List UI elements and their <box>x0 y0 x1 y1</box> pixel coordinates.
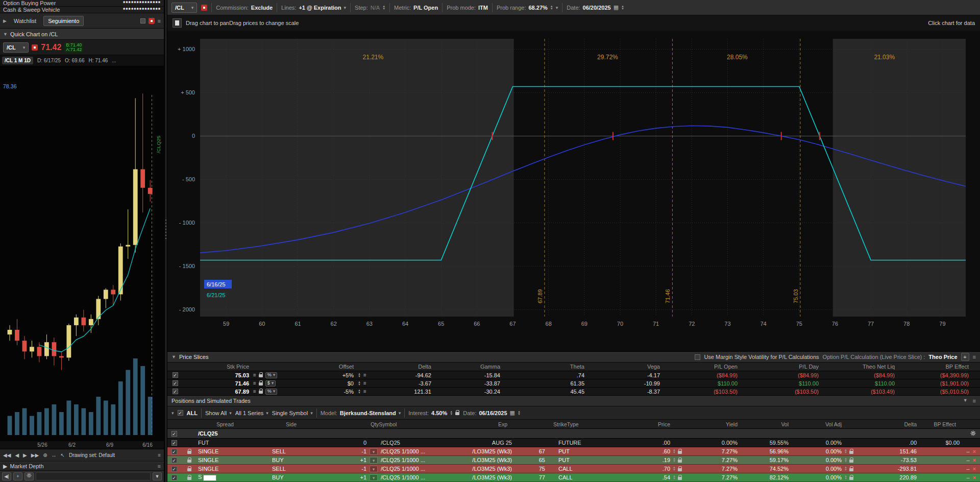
symbol-group-row[interactable]: /CLQ25 <box>167 429 980 439</box>
slice-checkbox[interactable] <box>173 372 178 378</box>
row-exp[interactable]: /LO3M25 (Wk3) <box>447 474 512 480</box>
col-offset[interactable]: Offset <box>298 364 354 370</box>
timeframe-label[interactable]: /CL 1 M 1D <box>2 57 33 64</box>
show-all-dropdown[interactable]: Show All▾ <box>205 410 232 416</box>
close-icon[interactable]: × <box>973 457 976 463</box>
series-dropdown[interactable]: All 1 Series▾ <box>235 410 268 416</box>
slice-offset[interactable]: +5% <box>298 372 354 378</box>
spinner-icon[interactable]: ▲▼ <box>673 475 676 480</box>
lock-icon[interactable] <box>678 460 682 463</box>
col-pl-open[interactable]: P/L Open <box>660 364 738 370</box>
row-type[interactable]: PUT <box>545 448 601 454</box>
spinner-icon[interactable]: ▲▼ <box>844 475 847 480</box>
minimize-icon[interactable]: – <box>966 448 969 454</box>
row-price[interactable]: .54 <box>601 474 670 480</box>
spinner-icon[interactable]: ▲▼ <box>550 5 553 10</box>
calc-method-value[interactable]: Theo Price <box>928 354 957 360</box>
lock-icon[interactable] <box>849 477 853 480</box>
col-theo-net-liq[interactable]: Theo Net Liq <box>819 364 895 370</box>
margin-style-checkbox[interactable] <box>695 354 700 360</box>
interest-control[interactable]: Interest: 4.50% ▲▼ <box>408 410 459 416</box>
row-qty[interactable]: -1 <box>323 448 366 454</box>
spinner-icon[interactable]: ▲▼ <box>621 5 624 10</box>
row-checkbox[interactable] <box>172 457 177 463</box>
symbol-dropdown[interactable]: /CL ▾ <box>3 42 29 53</box>
expand-arrow-icon[interactable]: ▶ <box>3 18 7 23</box>
offset-mode-badge[interactable]: $▾ <box>265 380 276 387</box>
date-control[interactable]: Date: 06/20/2025 ▦ ▲▼ <box>567 4 624 11</box>
col-theta[interactable]: Theta <box>500 364 584 370</box>
lock-icon[interactable] <box>849 451 853 454</box>
menu-icon[interactable]: ≡ <box>363 380 366 386</box>
lock-icon[interactable] <box>259 382 263 385</box>
row-checkbox[interactable] <box>172 440 177 446</box>
row-exp[interactable]: /LO3M25 (Wk3) <box>447 466 512 472</box>
chevron-down-icon[interactable]: ▾ <box>370 457 378 464</box>
slice-checkbox[interactable] <box>173 389 178 394</box>
col-vol-adj[interactable]: Vol Adj <box>825 421 842 427</box>
row-symbol[interactable]: /CLQ25 1/1000 ... <box>381 457 447 463</box>
calendar-icon[interactable]: ▦ <box>510 409 515 416</box>
drawing-set-label[interactable]: Drawing set: Default <box>69 452 115 458</box>
menu-icon[interactable]: ≡ <box>158 452 161 458</box>
row-vol-adj[interactable]: 0.00% <box>789 448 842 454</box>
row-side[interactable]: SELL <box>272 448 323 454</box>
menu-icon[interactable]: ≡ <box>363 372 366 378</box>
chevron-down-icon[interactable]: ▾ <box>370 466 378 472</box>
jump-end-icon[interactable]: ▶▶ <box>31 452 39 458</box>
menu-icon[interactable]: ≡ <box>363 389 366 394</box>
row-strike[interactable]: 77 <box>512 474 545 480</box>
grid-icon[interactable] <box>140 18 145 23</box>
slice-stk-price[interactable]: 75.03 <box>183 372 249 378</box>
col-delta[interactable]: Delta <box>904 421 917 427</box>
lock-icon[interactable] <box>259 374 263 377</box>
mini-chart-canvas[interactable]: 78.36/CLQ25 <box>0 66 164 441</box>
position-row-option-active[interactable]: S BUY +1 ▾ /CLQ25 1/1000 ... /LO3M25 (Wk… <box>167 473 980 482</box>
row-qty[interactable]: 0 <box>323 440 366 446</box>
spinner-icon[interactable]: ▲▼ <box>673 449 676 454</box>
col-bp-effect[interactable]: BP Effect <box>895 364 969 370</box>
slice-stk-price[interactable]: 71.46 <box>183 380 249 387</box>
lock-icon[interactable] <box>849 468 853 471</box>
chevron-down-icon[interactable]: ▼ <box>153 472 162 480</box>
row-qty[interactable]: +1 <box>323 474 366 480</box>
risk-profile-chart[interactable]: 5960616263646566676869707172737475767778… <box>167 31 980 351</box>
zoom-icon[interactable]: ⊕ <box>43 452 47 458</box>
model-dropdown[interactable]: Model: Bjerksund-Stensland ▾ <box>321 410 401 416</box>
row-type[interactable]: PUT <box>545 457 601 463</box>
row-symbol[interactable]: /CLQ25 1/1000 ... <box>381 448 447 454</box>
row-price[interactable]: .19 <box>601 457 670 463</box>
col-bp-effect[interactable]: BP Effect <box>934 421 956 427</box>
commission-dropdown[interactable]: Commission: Exclude <box>216 5 273 11</box>
pan-icon[interactable]: ↔ <box>52 452 57 458</box>
row-type[interactable]: CALL <box>545 474 601 480</box>
row-checkbox[interactable] <box>172 475 177 480</box>
menu-icon[interactable]: ≡ <box>158 18 161 24</box>
row-qty[interactable]: +1 <box>323 457 366 463</box>
spread-edit-input[interactable] <box>203 475 216 481</box>
chevron-down-icon[interactable]: ▾ <box>370 474 378 481</box>
col-spread[interactable]: Spread <box>216 421 234 427</box>
menu-icon[interactable]: ≡ <box>973 398 976 404</box>
all-checkbox[interactable] <box>178 410 183 416</box>
alert-badge-icon[interactable] <box>149 18 155 24</box>
collapse-arrow-icon[interactable]: ▼ <box>3 29 8 40</box>
col-qty-symbol[interactable]: QtySymbol <box>371 421 397 427</box>
row-spread[interactable]: SINGLE <box>198 448 272 454</box>
col-side[interactable]: Side <box>286 421 297 427</box>
add-price-slice-button[interactable]: + <box>961 353 969 361</box>
gear-icon[interactable] <box>24 472 34 480</box>
lock-icon[interactable] <box>187 460 191 463</box>
quick-chart-section-header[interactable]: ▼ Quick Chart on /CL <box>0 29 164 40</box>
col-vega[interactable]: Vega <box>584 364 660 370</box>
row-checkbox[interactable] <box>172 466 177 472</box>
analyze-symbol-dropdown[interactable]: /CL ▾ <box>172 3 197 13</box>
chart-settings-icon[interactable] <box>173 18 182 28</box>
price-slice-row[interactable]: 71.46 ≡ $▾ $0 ▲▼≡ -3.67 -33.87 61.35 -10… <box>167 379 980 388</box>
row-spread[interactable]: S <box>198 474 272 480</box>
lock-icon[interactable] <box>187 477 191 480</box>
chevron-down-icon[interactable]: ▾ <box>556 5 558 10</box>
add-icon[interactable]: + <box>13 472 22 480</box>
col-pl-day[interactable]: P/L Day <box>738 364 819 370</box>
col-exp[interactable]: Exp <box>498 421 507 427</box>
